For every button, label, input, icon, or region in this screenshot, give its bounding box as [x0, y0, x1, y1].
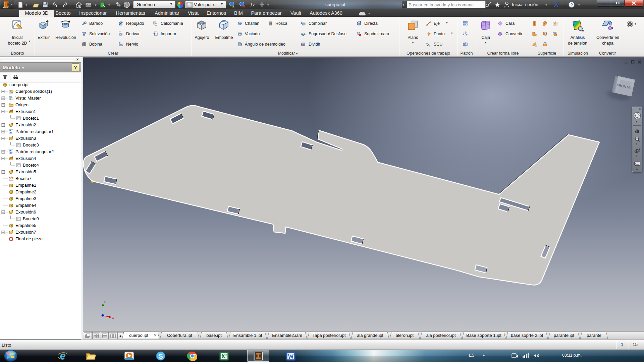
svg-text:cuerpo.ipt: cuerpo.ipt: [129, 333, 148, 338]
svg-text:aleron.ipt: aleron.ipt: [396, 333, 414, 338]
svg-text:ala grande.ipt: ala grande.ipt: [357, 333, 383, 338]
svg-text:X: X: [112, 316, 114, 319]
svg-text:S: S: [158, 353, 163, 360]
svg-text:parante.ipt: parante.ipt: [554, 333, 575, 338]
svg-text:Y: Y: [104, 300, 106, 304]
svg-text:?: ?: [570, 2, 573, 7]
svg-text:Ensamble 1.ipt: Ensamble 1.ipt: [233, 333, 262, 338]
svg-text:Cobertura.ipt: Cobertura.ipt: [167, 333, 193, 338]
svg-text:e: e: [60, 351, 65, 361]
svg-text:ala posterior.ipt: ala posterior.ipt: [426, 333, 456, 338]
svg-text:base.ipt: base.ipt: [206, 333, 222, 338]
svg-text:Ensamble2.iam: Ensamble2.iam: [272, 333, 302, 338]
svg-text:Tapa posterior.ipt: Tapa posterior.ipt: [312, 333, 345, 338]
svg-text:Base soporte 1.ipt: Base soporte 1.ipt: [466, 333, 501, 338]
svg-text:base soprte 2.ipt: base soprte 2.ipt: [511, 333, 543, 338]
svg-text:parante: parante: [587, 333, 601, 338]
